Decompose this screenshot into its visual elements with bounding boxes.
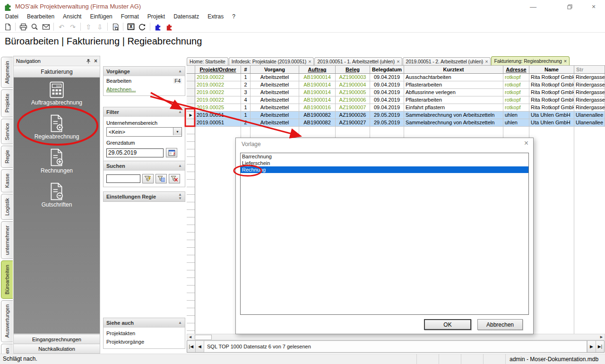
tab-close-icon[interactable]: × — [397, 59, 399, 64]
navigation-section-header[interactable]: Fakturierung — [14, 66, 100, 78]
minimize-button[interactable]: — — [522, 0, 544, 13]
col-header-projekt-ordner[interactable]: Projekt/Ordner — [195, 66, 241, 74]
chevron-down-icon[interactable]: ▼ — [173, 128, 182, 135]
group-header-vorgaenge[interactable]: Vorgänge ▲ — [104, 67, 185, 76]
cell-auftrag[interactable]: AB1900014 — [299, 81, 336, 89]
restore-button[interactable] — [559, 0, 580, 13]
navigation-close-icon[interactable]: × — [94, 58, 97, 64]
first-record-button[interactable]: |◀ — [187, 341, 196, 352]
search-input[interactable] — [106, 174, 140, 183]
vorlage-option-barrechnung[interactable]: Barrechnung — [241, 153, 528, 160]
cell-auftrag[interactable]: AB1900082 — [299, 119, 336, 127]
cell-beleg[interactable]: AZ1900005 — [336, 89, 370, 96]
cell-auftrag[interactable]: AB1900082 — [299, 112, 336, 119]
grenzdatum-input[interactable]: 29.05.2019 — [106, 148, 164, 157]
cell-beleg[interactable]: AZ1900027 — [336, 119, 370, 127]
area-tab-kasse[interactable]: Kasse — [1, 169, 13, 192]
nav-item-nachkalkulation[interactable]: Nachkalkulation — [14, 344, 100, 353]
scroll-left-button[interactable]: ◀ — [187, 334, 193, 339]
col-header-str[interactable]: Str — [574, 66, 605, 74]
last-record-button[interactable]: ▶| — [596, 341, 604, 352]
col-header-beleg[interactable]: Beleg — [336, 66, 370, 74]
cell-auftrag[interactable]: AB1900014 — [299, 74, 336, 81]
email-button[interactable] — [40, 22, 52, 32]
nav-item-auftragsabrechnung[interactable]: 111 Auftragsabrechnung — [31, 81, 82, 106]
tab-close-icon[interactable]: × — [485, 59, 488, 64]
vorlage-listbox[interactable]: BarrechnungLieferscheinRechnung — [240, 153, 529, 315]
cell-adresse[interactable]: rotkopf — [503, 96, 529, 104]
row-selector-cell[interactable] — [187, 81, 195, 89]
filter-apply-button[interactable] — [142, 174, 154, 183]
cell-adresse[interactable]: rotkopf — [503, 74, 529, 81]
doc-tab-infodesk-projektakte-2019-00051[interactable]: Infodesk: Projektakte (2019.00051)× — [229, 57, 314, 65]
area-tab-allgemein[interactable]: Allgemein — [1, 57, 13, 88]
pin-icon[interactable] — [86, 59, 91, 64]
menu-ansicht[interactable]: Ansicht — [59, 13, 86, 21]
doc-tab-home-startseite[interactable]: Home: Startseite — [187, 57, 228, 65]
table-row[interactable]: 2019.000224ArbeitszettelAB1900014AZ19000… — [187, 96, 605, 104]
new-document-button[interactable] — [2, 22, 13, 32]
refresh-button[interactable] — [137, 22, 148, 32]
table-row[interactable]: 2019.000223ArbeitszettelAB1900014AZ19000… — [187, 89, 605, 96]
group-header-filter[interactable]: Filter ▲ — [104, 107, 185, 117]
print-preview-button[interactable] — [29, 22, 40, 32]
group-header-einstellungen[interactable]: Einstellungen Regie ▲▼ — [104, 192, 185, 201]
cell-projekt[interactable]: 2019.00022 — [195, 89, 241, 96]
abrechnen-link[interactable]: Abrechnen... — [106, 87, 136, 92]
row-selector-cell[interactable] — [187, 89, 195, 96]
col-header-name[interactable]: Name — [529, 66, 574, 74]
row-selector-cell[interactable] — [187, 104, 195, 112]
col-header-kurztext[interactable]: Kurztext — [404, 66, 503, 74]
cell-adresse[interactable]: rotkopf — [503, 104, 529, 112]
table-row[interactable]: 2019.000221ArbeitszettelAB1900014AZ19000… — [187, 74, 605, 81]
menu-?[interactable]: ? — [228, 13, 240, 21]
tab-close-icon[interactable]: × — [564, 59, 567, 64]
nav-item-rechnungen[interactable]: Rechnungen — [41, 148, 73, 174]
next-record-button[interactable]: ▶ — [587, 341, 596, 352]
cell-projekt[interactable]: 2019.00022 — [195, 74, 241, 81]
area-tab-service[interactable]: Service — [1, 119, 13, 145]
action-bearbeiten[interactable]: Bearbeiten F4 — [104, 76, 185, 85]
scroll-right-button[interactable]: ▶ — [598, 334, 605, 339]
area-tab-büroarbeiten[interactable]: Büroarbeiten — [1, 260, 13, 299]
calendar-button[interactable]: 7 — [166, 148, 177, 157]
cancel-button[interactable]: Abbrechen — [477, 319, 523, 330]
menu-format[interactable]: Format — [117, 13, 143, 21]
prev-record-button[interactable]: ◀ — [196, 341, 204, 352]
link-projektakten[interactable]: Projektakten — [104, 328, 185, 338]
close-button[interactable]: × — [583, 0, 605, 13]
row-selector-cell[interactable] — [187, 119, 195, 127]
area-tab-regie[interactable]: Regie — [1, 146, 13, 168]
area-tab-projekte[interactable]: Projekte — [1, 89, 13, 117]
cell-auftrag[interactable]: AB1900016 — [299, 104, 336, 112]
print-button[interactable] — [17, 22, 29, 32]
cell-projekt[interactable]: 2019.00022 — [195, 96, 241, 104]
area-tab-auswertungen[interactable]: Auswertungen — [1, 300, 13, 342]
group-header-suchen[interactable]: Suchen ▲ — [104, 161, 185, 171]
col-header-auftrag[interactable]: Auftrag — [299, 66, 336, 74]
cell-beleg[interactable]: AZ1900004 — [336, 81, 370, 89]
cell-adresse[interactable]: uhlen — [503, 119, 529, 127]
cell-adresse[interactable]: rotkopf — [503, 89, 529, 96]
col-header-vorgang[interactable]: Vorgang — [251, 66, 299, 74]
cell-projekt[interactable]: 2019.00051 — [195, 119, 241, 127]
nav-item-regieabrechnung[interactable]: Regieabrechnung — [35, 114, 79, 140]
cell-adresse[interactable]: uhlen — [503, 112, 529, 119]
module-red-button[interactable] — [164, 22, 175, 32]
horizontal-scrollbar[interactable]: ◀ ▶ — [187, 334, 605, 340]
cell-auftrag[interactable]: AB1900014 — [299, 96, 336, 104]
area-tab-unternehmer[interactable]: unternehmer — [1, 221, 13, 259]
vorlage-option-lieferschein[interactable]: Lieferschein — [241, 160, 528, 166]
tab-close-icon[interactable]: × — [308, 59, 311, 64]
area-tab-logistik[interactable]: Logistik — [1, 194, 13, 220]
row-selector-cell[interactable] — [187, 96, 195, 104]
unternehmensbereich-select[interactable]: <Kein> ▼ — [106, 127, 182, 137]
cell-projekt[interactable]: 2019.00051 — [195, 112, 241, 119]
cell-auftrag[interactable]: AB1900014 — [299, 89, 336, 96]
row-selector-cell[interactable]: ▶ — [187, 112, 195, 119]
table-row[interactable]: 2019.000222ArbeitszettelAB1900014AZ19000… — [187, 81, 605, 89]
nav-item-eingangsrechnungen[interactable]: Eingangsrechnungen — [14, 334, 100, 344]
menu-bearbeiten[interactable]: Bearbeiten — [23, 13, 59, 21]
table-row[interactable]: 2019.000512ArbeitszettelAB1900082AZ19000… — [187, 119, 605, 127]
area-tab-stammdaten[interactable]: Stammdaten — [1, 344, 13, 354]
